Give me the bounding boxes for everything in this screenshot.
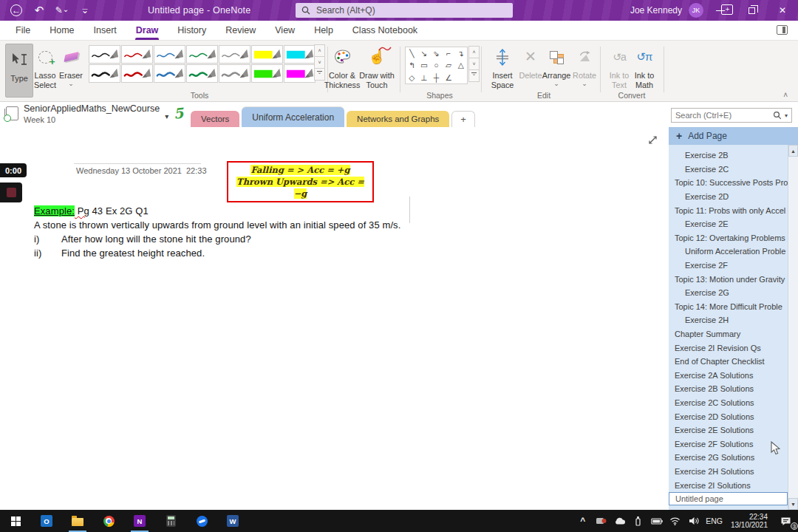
tab-history[interactable]: History <box>168 21 216 40</box>
shape-line-icon[interactable]: ╲ <box>406 47 418 59</box>
page-item-exercise-2a-solutions[interactable]: Exercise 2A Solutions <box>669 369 788 383</box>
insert-space-button[interactable]: Insert Space <box>485 44 520 89</box>
shape-diamond-icon[interactable]: ◇ <box>406 72 418 83</box>
start-button[interactable] <box>0 510 31 532</box>
titlebar-search[interactable] <box>296 3 513 18</box>
tab-insert[interactable]: Insert <box>84 21 126 40</box>
notification-center[interactable]: 3 <box>773 510 798 532</box>
pen-swatch-4[interactable] <box>219 45 250 64</box>
chevron-down-icon[interactable] <box>68 81 74 89</box>
highlighter-swatch-6[interactable] <box>284 45 316 64</box>
volume-icon[interactable] <box>684 510 703 532</box>
restore-button[interactable] <box>736 0 767 21</box>
device-tray-icon[interactable] <box>592 510 610 532</box>
page-search[interactable] <box>671 108 792 123</box>
pen-swatch-2[interactable] <box>154 45 185 64</box>
avatar[interactable]: JK <box>689 3 703 18</box>
taskbar-calculator[interactable] <box>155 510 186 532</box>
pen-swatch-9[interactable] <box>154 64 185 83</box>
page-item-exercise-2i-revision-qs[interactable]: Exercise 2I Revision Qs <box>669 341 788 355</box>
battery-icon[interactable] <box>647 510 666 532</box>
pen-swatch-10[interactable] <box>186 64 218 83</box>
section-tab-networks-and-graphs[interactable]: Networks and Graphs <box>347 111 449 127</box>
shape-elbow-connector-icon[interactable]: ⌐ <box>443 47 455 59</box>
taskbar-remote-app[interactable] <box>186 510 217 532</box>
shape-elbow-arrow-icon[interactable]: ↴ <box>454 47 467 59</box>
page-item-end-of-chapter-checklist[interactable]: End of Chapter Checklist <box>669 355 788 369</box>
page-item-exercise-2f-solutions[interactable]: Exercise 2F Solutions <box>669 437 788 451</box>
arrange-button[interactable]: Arrange <box>541 44 572 89</box>
add-section-tab[interactable]: + <box>451 111 475 127</box>
taskbar-file-explorer[interactable] <box>62 510 93 532</box>
page-item-topic-14-more-difficult-proble[interactable]: Topic 14: More Difficult Proble <box>669 300 788 314</box>
tab-help[interactable]: Help <box>304 21 343 40</box>
pen-swatch-3[interactable] <box>186 45 218 64</box>
sidebar-scrollbar[interactable] <box>788 145 798 510</box>
pen-swatch-7[interactable] <box>89 64 120 83</box>
taskbar-onenote[interactable]: N <box>124 510 155 532</box>
shape-blank-icon[interactable] <box>454 72 467 83</box>
page-item-exercise-2b[interactable]: Exercise 2B <box>669 149 788 163</box>
page-item-exercise-2f[interactable]: Exercise 2F <box>669 259 788 273</box>
page-item-exercise-2i-solutions[interactable]: Exercise 2I Solutions <box>669 478 788 492</box>
titlebar-search-input[interactable] <box>316 5 507 16</box>
eraser-button[interactable]: Eraser <box>56 44 86 89</box>
pen-swatch-8[interactable] <box>121 64 153 83</box>
pen-mode-button[interactable] <box>56 4 68 16</box>
highlighter-swatch-5[interactable] <box>251 45 283 64</box>
section-tab-vectors[interactable]: Vectors <box>191 111 239 127</box>
note-text-block[interactable]: Example: Pg 43 Ex 2G Q1 A stone is throw… <box>34 204 400 260</box>
page-item-topic-12-overtaking-problems[interactable]: Topic 12: Overtaking Problems <box>669 231 788 245</box>
notebook-switcher[interactable]: SeniorAppliedMaths_NewCourse Week 10 5 <box>6 103 183 124</box>
onedrive-cloud-icon[interactable] <box>610 510 629 532</box>
gallery-down-icon[interactable] <box>468 58 480 70</box>
page-canvas[interactable]: 0:00 Wednesday 13 October 2021 22:33 Fal… <box>0 127 669 510</box>
page-item-uniform-acceleration-proble[interactable]: Uniform Acceleration Proble <box>669 245 788 259</box>
collapse-ribbon-icon[interactable] <box>783 91 788 99</box>
language-indicator[interactable]: ENG <box>703 510 726 532</box>
page-item-exercise-2h-solutions[interactable]: Exercise 2H Solutions <box>669 465 788 479</box>
page-item-exercise-2b-solutions[interactable]: Exercise 2B Solutions <box>669 382 788 396</box>
gallery-up-icon[interactable] <box>468 46 480 58</box>
shape-parallelogram-icon[interactable]: ▱ <box>443 59 455 71</box>
page-item-exercise-2e[interactable]: Exercise 2E <box>669 217 788 231</box>
tab-review[interactable]: Review <box>216 21 265 40</box>
tab-file[interactable]: File <box>6 21 40 40</box>
taskbar-outlook[interactable]: O <box>31 510 62 532</box>
page-item-topic-13-motion-under-gravity[interactable]: Topic 13: Motion under Gravity <box>669 272 788 286</box>
record-stop-button[interactable] <box>0 183 22 202</box>
chevron-down-icon[interactable] <box>553 81 559 89</box>
shape-double-arrow-icon[interactable]: ⇘ <box>430 47 443 59</box>
add-page-button[interactable]: Add Page <box>669 127 798 145</box>
taskbar-clock[interactable]: 22:3413/10/2021 <box>726 510 773 532</box>
expand-icon[interactable] <box>647 134 658 146</box>
page-item-exercise-2e-solutions[interactable]: Exercise 2E Solutions <box>669 423 788 437</box>
shape-arrow-icon[interactable]: ↘ <box>418 47 431 59</box>
shape-elbow-arrow-up-icon[interactable]: ↰ <box>406 59 418 71</box>
shape-axes-icon[interactable]: ⊥ <box>418 72 431 83</box>
close-button[interactable]: ✕ <box>767 0 798 21</box>
minimize-button[interactable]: — <box>705 0 736 21</box>
shape-slope-graph-icon[interactable]: ∠ <box>443 72 455 83</box>
usb-device-icon[interactable] <box>629 510 647 532</box>
chevron-down-icon[interactable] <box>165 112 168 120</box>
highlighter-swatch-12[interactable] <box>251 64 283 83</box>
section-tab-uniform-acceleration[interactable]: Uniform Acceleration <box>242 107 344 127</box>
side-panel-icon[interactable] <box>777 25 788 35</box>
pen-swatch-0[interactable] <box>89 45 120 64</box>
page-item-exercise-2d-solutions[interactable]: Exercise 2D Solutions <box>669 409 788 423</box>
taskbar-word[interactable]: W <box>217 510 248 532</box>
hidden-icons-chevron[interactable] <box>573 510 592 532</box>
highlighter-swatch-13[interactable] <box>284 64 316 83</box>
ink-to-math-button[interactable]: Ink to Math <box>630 44 659 89</box>
wifi-icon[interactable] <box>666 510 684 532</box>
page-item-exercise-2c-solutions[interactable]: Exercise 2C Solutions <box>669 396 788 410</box>
account-area[interactable]: Joe Kennedy JK <box>630 0 703 21</box>
page-item-exercise-2g-solutions[interactable]: Exercise 2G Solutions <box>669 451 788 465</box>
tab-home[interactable]: Home <box>40 21 83 40</box>
back-icon[interactable] <box>10 4 22 16</box>
scroll-down-icon[interactable] <box>788 498 798 510</box>
undo-icon[interactable] <box>33 4 45 16</box>
delete-button[interactable]: ✕ Delete <box>517 44 544 81</box>
taskbar-chrome[interactable] <box>93 510 124 532</box>
